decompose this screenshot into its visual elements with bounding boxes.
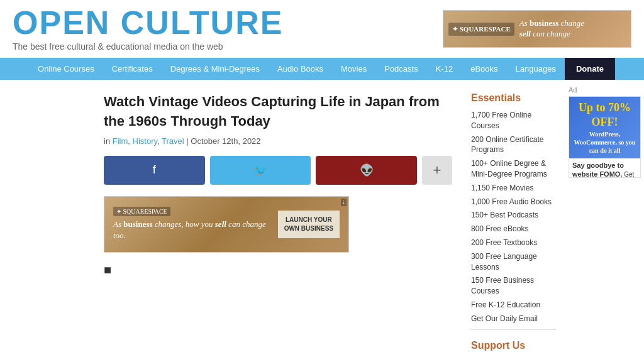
plus-icon: +	[433, 162, 441, 178]
tag-history[interactable]: History	[133, 136, 157, 146]
nav-k12[interactable]: K-12	[427, 58, 462, 80]
inline-ad-banner[interactable]: i ✦ SQUARESPACE As business changes, how…	[104, 196, 349, 253]
right-ad-promo-text: Up to 70% OFF! WordPress, WooCommerce, s…	[573, 101, 636, 155]
list-item: 1,700 Free Online Courses	[471, 110, 556, 131]
social-buttons: f 🐦 👽 +	[104, 156, 452, 185]
meta-prefix: in	[104, 136, 113, 146]
article-cursor: ■	[104, 263, 452, 277]
inline-ad-text: As business changes, how you sell can ch…	[113, 219, 278, 241]
reddit-icon: 👽	[360, 163, 374, 177]
right-ad-desc: Say goodbye to website FOMO. Get WordPre…	[569, 158, 640, 178]
more-share-button[interactable]: +	[422, 156, 452, 185]
sidebar: Essentials 1,700 Free Online Courses 200…	[471, 80, 562, 362]
list-item: 150 Free Business Courses	[471, 275, 556, 297]
nav-donate[interactable]: Donate	[565, 58, 615, 80]
content-area: Watch Vintage Videos Capturing Life in J…	[0, 80, 471, 362]
list-item: 200 Online Certificate Programs	[471, 134, 556, 156]
list-item: 150+ Best Podcasts	[471, 210, 556, 221]
sidebar-divider	[471, 329, 556, 330]
link-best-podcasts[interactable]: 150+ Best Podcasts	[471, 210, 556, 221]
article-date: October 12th, 2022	[191, 136, 260, 146]
facebook-share-button[interactable]: f	[104, 156, 205, 185]
inline-ad-squarespace-logo: ✦ SQUARESPACE	[113, 207, 170, 216]
list-item: 1,150 Free Movies	[471, 183, 556, 194]
link-language-lessons[interactable]: 300 Free Language Lessons	[471, 251, 556, 273]
inline-ad-left: ✦ SQUARESPACE As business changes, how y…	[113, 207, 278, 241]
twitter-share-button[interactable]: 🐦	[210, 156, 311, 185]
link-k12-education[interactable]: Free K-12 Education	[471, 300, 556, 310]
link-audio-books[interactable]: 1,000 Free Audio Books	[471, 197, 556, 207]
facebook-icon: f	[153, 163, 156, 177]
site-tagline: The best free cultural & educational med…	[13, 41, 283, 52]
main-nav: Online Courses Certificates Degrees & Mi…	[0, 58, 644, 80]
link-free-movies[interactable]: 1,150 Free Movies	[471, 183, 556, 194]
nav-podcasts[interactable]: Podcasts	[375, 58, 426, 80]
essentials-title: Essentials	[471, 92, 556, 104]
nav-online-courses[interactable]: Online Courses	[29, 58, 103, 80]
inline-ad-launch-button[interactable]: LAUNCH YOUROWN BUSINESS	[278, 211, 340, 238]
right-ad-box[interactable]: Up to 70% OFF! WordPress, WooCommerce, s…	[569, 96, 641, 178]
nav-certificates[interactable]: Certificates	[103, 58, 162, 80]
right-ad-box-top: Up to 70% OFF! WordPress, WooCommerce, s…	[569, 97, 640, 158]
list-item: Free K-12 Education	[471, 300, 556, 310]
list-item: 800 Free eBooks	[471, 224, 556, 234]
header-ad-banner[interactable]: ✦ SQUARESPACE As business changesell can…	[443, 10, 631, 48]
link-online-courses[interactable]: 1,700 Free Online Courses	[471, 110, 556, 131]
nav-degrees[interactable]: Degrees & Mini-Degrees	[162, 58, 269, 80]
link-free-textbooks[interactable]: 200 Free Textbooks	[471, 238, 556, 248]
link-daily-email[interactable]: Get Our Daily Email	[471, 314, 556, 324]
header-ad-text: As business changesell can change	[519, 18, 584, 40]
right-ad-sub: WordPress, WooCommerce, so you can do it…	[573, 130, 636, 155]
right-ad-big-pct: Up to 70% OFF!	[573, 101, 636, 130]
link-business-courses[interactable]: 150 Free Business Courses	[471, 275, 556, 297]
tag-film[interactable]: Film	[113, 136, 128, 146]
twitter-icon: 🐦	[253, 163, 267, 177]
site-title: OPEN CULTURE	[13, 6, 283, 39]
right-ad-label: Ad	[569, 86, 638, 94]
nav-movies[interactable]: Movies	[332, 58, 375, 80]
link-certificate-programs[interactable]: 200 Online Certificate Programs	[471, 134, 556, 156]
nav-languages[interactable]: Languages	[507, 58, 565, 80]
link-degree-programs[interactable]: 100+ Online Degree & Mini-Degree Program…	[471, 158, 556, 180]
list-item: 200 Free Textbooks	[471, 238, 556, 248]
list-item: 300 Free Language Lessons	[471, 251, 556, 273]
nav-ebooks[interactable]: eBooks	[462, 58, 506, 80]
squarespace-logo: ✦ SQUARESPACE	[448, 23, 514, 36]
header: OPEN CULTURE The best free cultural & ed…	[0, 0, 644, 58]
tag-travel[interactable]: Travel	[162, 136, 184, 146]
nav-audio-books[interactable]: Audio Books	[269, 58, 332, 80]
reddit-share-button[interactable]: 👽	[316, 156, 417, 185]
header-left: OPEN CULTURE The best free cultural & ed…	[13, 6, 283, 52]
article-title: Watch Vintage Videos Capturing Life in J…	[104, 92, 452, 131]
main-layout: Watch Vintage Videos Capturing Life in J…	[0, 80, 644, 362]
essentials-list: 1,700 Free Online Courses 200 Online Cer…	[471, 110, 556, 324]
inline-ad-info: i	[341, 199, 347, 206]
right-ad-area: Ad Up to 70% OFF! WordPress, WooCommerce…	[562, 80, 644, 362]
support-title: Support Us	[471, 340, 556, 351]
list-item: 100+ Online Degree & Mini-Degree Program…	[471, 158, 556, 180]
link-free-ebooks[interactable]: 800 Free eBooks	[471, 224, 556, 234]
list-item: Get Our Daily Email	[471, 314, 556, 324]
article-meta: in Film, History, Travel | October 12th,…	[104, 136, 452, 146]
list-item: 1,000 Free Audio Books	[471, 197, 556, 207]
